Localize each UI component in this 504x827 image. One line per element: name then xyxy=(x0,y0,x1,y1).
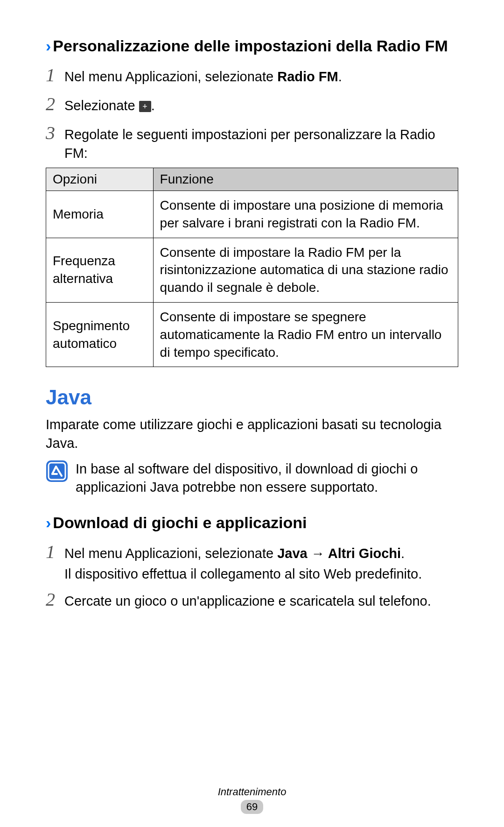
page-footer: Intrattenimento 69 xyxy=(0,786,504,814)
bold-text: Radio FM xyxy=(277,69,338,84)
step-number: 1 xyxy=(46,539,64,565)
subsection-title-radio-fm: ›Personalizzazione delle impostazioni de… xyxy=(46,36,458,56)
step-2: 2 Cercate un gioco o un'applicazione e s… xyxy=(46,587,458,613)
step-2: 2 Selezionate +. xyxy=(46,91,458,117)
bold-text: Java → Altri Giochi xyxy=(277,546,401,561)
step-text: Nel menu Applicazioni, selezionate Radio… xyxy=(64,67,458,86)
step-list-radio-fm: 1 Nel menu Applicazioni, selezionate Rad… xyxy=(46,62,458,163)
step-number: 2 xyxy=(46,587,64,613)
text: . xyxy=(401,546,405,561)
note-icon xyxy=(46,460,68,482)
text: . xyxy=(338,69,342,84)
subsection-title-download: ›Download di giochi e applicazioni xyxy=(46,513,458,532)
header-opzioni: Opzioni xyxy=(46,168,154,191)
plus-icon: + xyxy=(139,101,151,112)
subsection-title-text: Personalizzazione delle impostazioni del… xyxy=(53,37,448,55)
java-intro: Imparate come utilizzare giochi e applic… xyxy=(46,416,458,452)
step-text: Cercate un gioco o un'applicazione e sca… xyxy=(64,592,458,611)
chevron-icon: › xyxy=(46,37,51,55)
text: . xyxy=(151,98,155,113)
table-row: Frequenza alternativa Consente di impost… xyxy=(46,238,458,302)
cell-option: Memoria xyxy=(46,191,154,238)
options-table: Opzioni Funzione Memoria Consente di imp… xyxy=(46,168,458,367)
table-row: Memoria Consente di impostare una posizi… xyxy=(46,191,458,238)
step-number: 1 xyxy=(46,62,64,88)
section-heading-java: Java xyxy=(46,386,458,409)
step-1: 1 Nel menu Applicazioni, selezionate Jav… xyxy=(46,539,458,584)
table-row: Spegnimento automatico Consente di impos… xyxy=(46,302,458,367)
cell-function: Consente di impostare se spegnere automa… xyxy=(153,302,458,367)
page-number-badge: 69 xyxy=(241,800,263,814)
step-text: Selezionate +. xyxy=(64,96,458,115)
cell-function: Consente di impostare la Radio FM per la… xyxy=(153,238,458,302)
table-header-row: Opzioni Funzione xyxy=(46,168,458,191)
step-3: 3 Regolate le seguenti impostazioni per … xyxy=(46,120,458,163)
page-content: ›Personalizzazione delle impostazioni de… xyxy=(0,0,504,636)
step-list-download: 1 Nel menu Applicazioni, selezionate Jav… xyxy=(46,539,458,613)
note-text: In base al software del dispositivo, il … xyxy=(76,460,458,496)
step-1: 1 Nel menu Applicazioni, selezionate Rad… xyxy=(46,62,458,88)
note-block: In base al software del dispositivo, il … xyxy=(46,460,458,496)
text: Nel menu Applicazioni, selezionate xyxy=(64,69,277,84)
step-text: Nel menu Applicazioni, selezionate Java … xyxy=(64,544,458,584)
cell-option: Frequenza alternativa xyxy=(46,238,154,302)
text: Nel menu Applicazioni, selezionate xyxy=(64,546,277,561)
step-number: 2 xyxy=(46,91,64,117)
step-text: Regolate le seguenti impostazioni per pe… xyxy=(64,125,458,163)
header-funzione: Funzione xyxy=(153,168,458,191)
footer-category: Intrattenimento xyxy=(0,786,504,798)
chevron-icon: › xyxy=(46,514,51,531)
step-subtext: Il dispositivo effettua il collegamento … xyxy=(64,565,458,584)
subsection-title-text: Download di giochi e applicazioni xyxy=(53,514,307,531)
cell-option: Spegnimento automatico xyxy=(46,302,154,367)
text: Selezionate xyxy=(64,98,139,113)
cell-function: Consente di impostare una posizione di m… xyxy=(153,191,458,238)
step-number: 3 xyxy=(46,120,64,146)
